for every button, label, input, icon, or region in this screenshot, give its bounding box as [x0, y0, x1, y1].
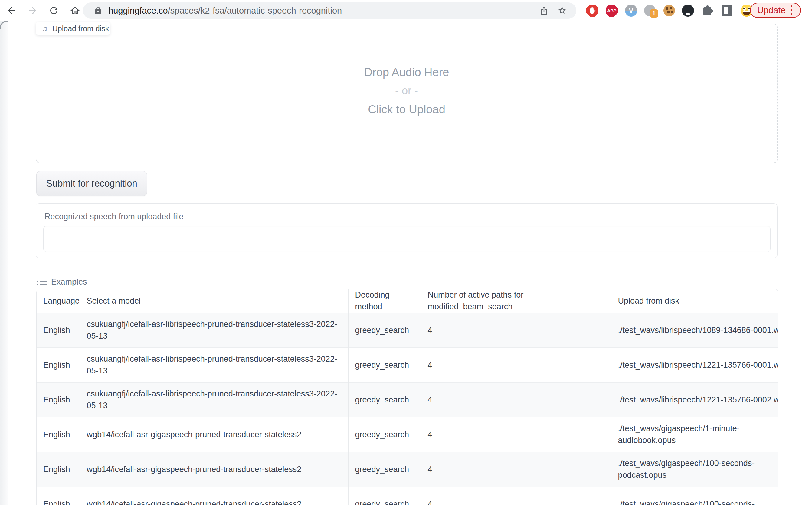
- column-header: Decoding method: [348, 289, 421, 313]
- example-cell-decoding-method[interactable]: greedy_search: [348, 417, 421, 452]
- tab-upload-from-disk[interactable]: ♫ Upload from disk: [36, 22, 110, 35]
- example-cell-num-active-paths[interactable]: 4: [421, 487, 611, 505]
- example-cell-decoding-method[interactable]: greedy_search: [348, 382, 421, 417]
- adblock-plus-icon[interactable]: ABP: [606, 5, 618, 17]
- example-cell-language[interactable]: English: [37, 348, 80, 382]
- tab-counter-icon[interactable]: 1: [644, 5, 656, 17]
- address-bar[interactable]: huggingface.co/spaces/k2-fsa/automatic-s…: [83, 2, 576, 19]
- column-header: Select a model: [80, 289, 348, 313]
- example-cell-decoding-method[interactable]: greedy_search: [348, 348, 421, 382]
- example-cell-num-active-paths[interactable]: 4: [421, 452, 611, 487]
- side-panel-icon[interactable]: [721, 5, 733, 17]
- adblock-hand-icon[interactable]: ✋: [586, 5, 598, 17]
- example-cell-num-active-paths[interactable]: 4: [421, 417, 611, 452]
- upload-tab-label: Upload from disk: [52, 24, 109, 33]
- chrome-update-button[interactable]: Update: [750, 3, 801, 18]
- url-host: huggingface.co: [108, 6, 168, 15]
- v-extension-icon[interactable]: V: [625, 5, 637, 17]
- examples-table-container: LanguageSelect a modelDecoding methodNum…: [36, 289, 778, 505]
- example-row[interactable]: Englishcsukuangfj/icefall-asr-librispeec…: [37, 313, 778, 348]
- examples-header: Examples: [37, 276, 87, 288]
- dropzone-line-3: Click to Upload: [368, 103, 445, 116]
- dropzone-line-1: Drop Audio Here: [364, 66, 449, 79]
- lock-icon[interactable]: [94, 6, 102, 15]
- menu-dots-icon[interactable]: [791, 5, 792, 15]
- examples-table: LanguageSelect a modelDecoding methodNum…: [37, 289, 778, 505]
- example-cell-language[interactable]: English: [37, 313, 80, 348]
- example-cell-model[interactable]: csukuangfj/icefall-asr-librispeech-prune…: [80, 313, 348, 348]
- content-left-divider: [30, 21, 30, 505]
- example-cell-model[interactable]: wgb14/icefall-asr-gigaspeech-pruned-tran…: [80, 452, 348, 487]
- example-cell-language[interactable]: English: [37, 487, 80, 505]
- example-cell-model[interactable]: wgb14/icefall-asr-gigaspeech-pruned-tran…: [80, 417, 348, 452]
- example-cell-language[interactable]: English: [37, 382, 80, 417]
- example-row[interactable]: Englishwgb14/icefall-asr-gigaspeech-prun…: [37, 487, 778, 505]
- forward-icon[interactable]: [27, 5, 39, 17]
- example-cell-upload-from-disk[interactable]: ./test_wavs/gigaspeech/100-seconds-podca…: [611, 452, 778, 487]
- reload-icon[interactable]: [48, 5, 60, 17]
- back-icon[interactable]: [5, 5, 18, 17]
- url-text: huggingface.co/spaces/k2-fsa/automatic-s…: [108, 2, 342, 19]
- example-cell-language[interactable]: English: [37, 417, 80, 452]
- example-cell-num-active-paths[interactable]: 4: [421, 348, 611, 382]
- audio-dropzone[interactable]: Drop Audio Here - or - Click to Upload: [36, 24, 778, 163]
- example-cell-decoding-method[interactable]: greedy_search: [348, 452, 421, 487]
- submit-for-recognition-button[interactable]: Submit for recognition: [36, 171, 147, 196]
- example-cell-num-active-paths[interactable]: 4: [421, 313, 611, 348]
- example-cell-upload-from-disk[interactable]: ./test_wavs/librispeech/1089-134686-0001…: [611, 313, 778, 348]
- extensions-puzzle-icon[interactable]: [702, 5, 714, 17]
- example-cell-decoding-method[interactable]: greedy_search: [348, 313, 421, 348]
- example-row[interactable]: Englishwgb14/icefall-asr-gigaspeech-prun…: [37, 452, 778, 487]
- browser-toolbar: huggingface.co/spaces/k2-fsa/automatic-s…: [0, 0, 812, 21]
- example-cell-upload-from-disk[interactable]: ./test_wavs/librispeech/1221-135766-0001…: [611, 348, 778, 382]
- update-label: Update: [757, 5, 786, 15]
- share-icon[interactable]: [539, 6, 548, 15]
- examples-table-header-row: LanguageSelect a modelDecoding methodNum…: [37, 289, 778, 313]
- page-left-strip: [0, 21, 8, 505]
- example-cell-model[interactable]: csukuangfj/icefall-asr-librispeech-prune…: [80, 382, 348, 417]
- example-cell-upload-from-disk[interactable]: ./test_wavs/gigaspeech/1-minute-audioboo…: [611, 417, 778, 452]
- music-notes-icon: ♫: [42, 24, 47, 33]
- bookmark-star-icon[interactable]: [558, 6, 567, 15]
- recognized-speech-output[interactable]: [43, 226, 771, 252]
- example-cell-model[interactable]: wgb14/icefall-asr-gigaspeech-pruned-tran…: [80, 487, 348, 505]
- column-header: Number of active paths for modified_beam…: [421, 289, 611, 313]
- list-icon: [37, 278, 46, 286]
- github-icon[interactable]: [682, 5, 694, 17]
- v-label: V: [625, 5, 637, 17]
- examples-label: Examples: [51, 277, 87, 287]
- recognized-speech-label: Recognized speech from uploaded file: [44, 212, 183, 221]
- example-cell-upload-from-disk[interactable]: ./test_wavs/gigaspeech/100-seconds-: [611, 487, 778, 505]
- recognized-speech-panel: Recognized speech from uploaded file: [36, 203, 778, 258]
- example-row[interactable]: Englishcsukuangfj/icefall-asr-librispeec…: [37, 382, 778, 417]
- abp-label: ABP: [607, 8, 616, 13]
- cookie-icon[interactable]: [663, 5, 675, 17]
- example-cell-num-active-paths[interactable]: 4: [421, 382, 611, 417]
- column-header: Language: [37, 289, 80, 313]
- example-cell-model[interactable]: csukuangfj/icefall-asr-librispeech-prune…: [80, 348, 348, 382]
- url-path: /spaces/k2-fsa/automatic-speech-recognit…: [168, 6, 342, 15]
- example-row[interactable]: Englishcsukuangfj/icefall-asr-librispeec…: [37, 348, 778, 382]
- column-header: Upload from disk: [611, 289, 778, 313]
- example-cell-decoding-method[interactable]: greedy_search: [348, 487, 421, 505]
- example-row[interactable]: Englishwgb14/icefall-asr-gigaspeech-prun…: [37, 417, 778, 452]
- home-icon[interactable]: [69, 5, 81, 17]
- example-cell-upload-from-disk[interactable]: ./test_wavs/librispeech/1221-135766-0002…: [611, 382, 778, 417]
- tab-counter-badge: 1: [650, 9, 658, 18]
- examples-table-body: Englishcsukuangfj/icefall-asr-librispeec…: [37, 313, 778, 505]
- dropzone-line-2: - or -: [395, 85, 418, 97]
- browser-window: huggingface.co/spaces/k2-fsa/automatic-s…: [0, 0, 812, 505]
- example-cell-language[interactable]: English: [37, 452, 80, 487]
